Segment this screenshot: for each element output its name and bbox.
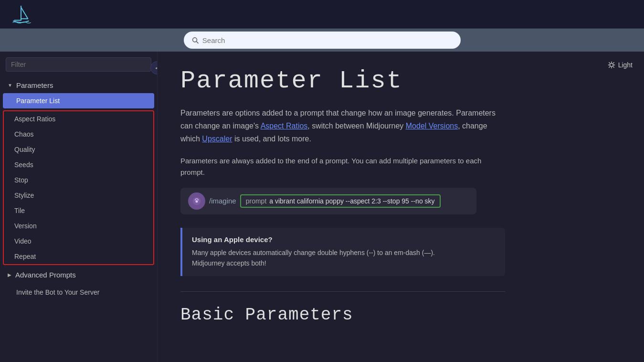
svg-line-10: [613, 63, 613, 63]
apple-callout-line2: Midjourney accepts both!: [192, 259, 266, 267]
sidebar-item-stylize[interactable]: Stylize: [4, 188, 153, 203]
apple-callout-title: Using an Apple device?: [192, 235, 496, 244]
sidebar-item-video[interactable]: Video: [4, 234, 153, 249]
search-input[interactable]: [202, 36, 453, 44]
search-bar: [0, 29, 644, 52]
sidebar-item-label: Quality: [14, 146, 35, 153]
chevron-down-icon: ▼: [8, 83, 12, 88]
light-toggle[interactable]: Light: [608, 61, 633, 69]
sidebar-item-label: Advanced Prompts: [15, 271, 76, 279]
sidebar-item-parameter-list[interactable]: Parameter List: [3, 93, 154, 108]
sun-icon: [608, 61, 615, 69]
intro-text-after: is used, and lots more.: [232, 135, 311, 143]
sidebar-item-repeat[interactable]: Repeat: [4, 249, 153, 264]
link-model-versions[interactable]: Model Versions: [406, 122, 458, 130]
sidebar-filter-input[interactable]: [6, 57, 151, 72]
page-title: Parameter List: [180, 67, 621, 95]
chevron-right-icon: ▶: [8, 272, 11, 277]
sidebar-item-label: Parameter List: [16, 97, 60, 105]
brand-bar: [0, 0, 644, 29]
sidebar-item-quality[interactable]: Quality: [4, 142, 153, 157]
sidebar-item-label: Stop: [14, 176, 28, 184]
main-layout: ◀ ▼ Parameters Parameter List Aspect Rat…: [0, 52, 644, 362]
section-title-basic-parameters: Basic Parameters: [180, 305, 621, 325]
sidebar-section-parameters[interactable]: ▼ Parameters: [0, 77, 157, 93]
sidebar-section-label: Parameters: [16, 81, 53, 89]
sidebar-item-label: Video: [14, 237, 32, 245]
sidebar-item-label: Invite the Bot to Your Server: [16, 288, 99, 296]
logo[interactable]: [10, 2, 32, 27]
link-upscaler[interactable]: Upscaler: [202, 135, 232, 143]
light-toggle-label: Light: [618, 61, 633, 69]
main-content: Light Parameter List Parameters are opti…: [158, 52, 644, 362]
sidebar-item-chaos[interactable]: Chaos: [4, 127, 153, 142]
command-prompt-text: a vibrant california poppy --aspect 2:3 …: [269, 197, 434, 205]
sidebar-item-label: Version: [14, 222, 37, 230]
svg-point-2: [610, 64, 613, 67]
sidebar-item-version[interactable]: Version: [4, 218, 153, 234]
command-input-box: prompt a vibrant california poppy --aspe…: [240, 194, 441, 208]
search-icon: [191, 36, 199, 44]
apple-callout-line1: Many apple devices automatically change …: [192, 249, 435, 256]
apple-callout: Using an Apple device? Many apple device…: [180, 228, 505, 277]
svg-line-9: [609, 67, 609, 67]
sidebar-item-aspect-ratios[interactable]: Aspect Ratios: [4, 111, 153, 127]
command-example: /imagine prompt a vibrant california pop…: [180, 188, 476, 214]
svg-line-7: [609, 63, 609, 63]
command-imagine-label: /imagine: [209, 197, 236, 205]
command-avatar: [188, 192, 205, 210]
sidebar-sub-group: Aspect Ratios Chaos Quality Seeds Stop S…: [3, 110, 154, 265]
svg-line-1: [196, 42, 198, 43]
svg-line-8: [613, 67, 613, 67]
sidebar-item-seeds[interactable]: Seeds: [4, 157, 153, 172]
intro-text-mid: , switch between Midjourney: [307, 122, 405, 130]
sidebar-item-invite[interactable]: Invite the Bot to Your Server: [3, 285, 154, 300]
sidebar-item-tile[interactable]: Tile: [4, 203, 153, 218]
sidebar-section-advanced-prompts[interactable]: ▶ Advanced Prompts: [0, 267, 157, 283]
svg-point-11: [196, 200, 198, 202]
sidebar-item-label: Chaos: [14, 130, 33, 138]
sidebar-item-stop[interactable]: Stop: [4, 172, 153, 188]
note-text: Parameters are always added to the end o…: [180, 155, 505, 178]
sidebar-collapse-button[interactable]: ◀: [150, 61, 158, 75]
sidebar-item-label: Tile: [14, 207, 25, 214]
link-aspect-ratios[interactable]: Aspect Ratios: [261, 122, 308, 130]
apple-callout-text: Many apple devices automatically change …: [192, 247, 496, 269]
sidebar-item-label: Repeat: [14, 253, 36, 260]
intro-paragraph: Parameters are options added to a prompt…: [180, 106, 505, 146]
section-divider: [180, 291, 505, 292]
search-input-wrap[interactable]: [184, 32, 461, 49]
sidebar: ◀ ▼ Parameters Parameter List Aspect Rat…: [0, 52, 158, 362]
command-prompt-label: prompt: [246, 197, 267, 205]
sidebar-filter-wrap[interactable]: [6, 57, 151, 72]
sidebar-item-label: Stylize: [14, 192, 34, 199]
sidebar-item-label: Seeds: [14, 161, 33, 169]
sidebar-item-label: Aspect Ratios: [14, 115, 55, 123]
